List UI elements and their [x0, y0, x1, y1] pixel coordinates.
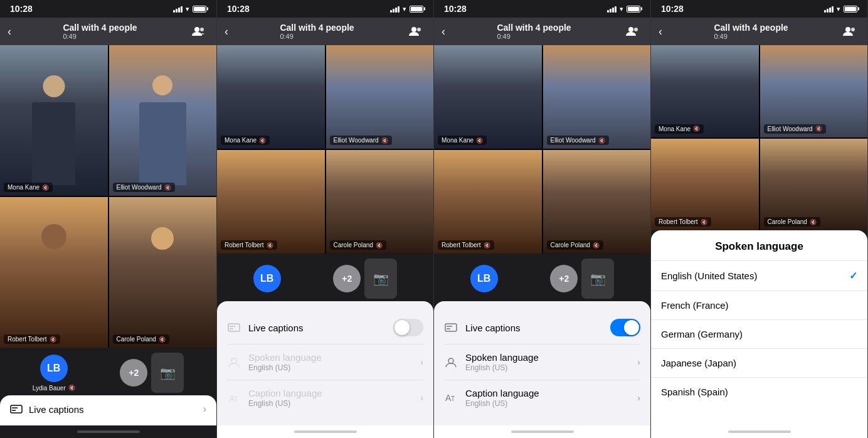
video-cell-carole-2: Carole Poland 🔇 [326, 150, 434, 254]
call-title-2: Call with 4 people [280, 23, 354, 33]
language-item-english-us[interactable]: English (United States) ✓ [651, 261, 867, 291]
call-timer-3: 0:49 [497, 33, 510, 40]
battery-icon-3 [627, 6, 640, 13]
language-name-english-us: English (United States) [661, 270, 757, 281]
mute-icon-mona-3: 🔇 [476, 137, 483, 144]
video-grid-3: Mona Kane 🔇 Elliot Woodward 🔇 Robert Tol… [434, 45, 650, 254]
menu-panel-2: Live captions Spoken language English (U… [217, 301, 433, 425]
svg-point-1 [200, 28, 204, 31]
participant-label-elliot-1: Elliot Woodward 🔇 [113, 183, 175, 192]
status-icons-3: ▾ [607, 5, 640, 13]
live-captions-label-1: Live captions [29, 404, 84, 415]
participant-name-elliot-4: Elliot Woodward [768, 126, 813, 132]
svg-point-13 [628, 27, 633, 32]
mute-icon-elliot-4: 🔇 [815, 126, 822, 132]
menu-item-caption-lang-2: A T Caption language English (US) › [227, 380, 423, 415]
call-title-1: Call with 4 people [63, 23, 137, 33]
call-title-4: Call with 4 people [714, 23, 788, 33]
video-cell-mona-4: Mona Kane 🔇 [651, 45, 759, 137]
menu-item-live-captions-3[interactable]: Live captions [444, 311, 640, 345]
call-info-1: Call with 4 people 0:49 [63, 23, 137, 40]
mute-icon-carole-1: 🔇 [159, 336, 166, 343]
back-button-4[interactable]: ‹ [659, 25, 662, 38]
plus-avatar-1: +2 [120, 359, 147, 387]
captions-icon-2 [227, 321, 241, 334]
language-item-spanish[interactable]: Spanish (Spain) [651, 378, 867, 406]
svg-point-5 [411, 27, 416, 32]
live-captions-row-1[interactable]: Live captions › [10, 403, 206, 415]
video-cell-mona-2: Mona Kane 🔇 [217, 45, 325, 149]
battery-icon-4 [844, 6, 857, 13]
lydia-label-1: Lydia Bauer 🔇 [33, 385, 75, 392]
people-icon-3[interactable] [623, 21, 643, 41]
extra-area-3: +2 📷 [550, 259, 614, 299]
people-icon-1[interactable] [189, 21, 209, 41]
participant-label-elliot-2: Elliot Woodward 🔇 [330, 136, 392, 145]
back-button-2[interactable]: ‹ [225, 25, 228, 38]
home-indicator-4 [651, 425, 867, 438]
language-item-french[interactable]: French (France) [651, 291, 867, 320]
live-captions-toggle-3[interactable] [610, 319, 640, 336]
captions-icon-3 [444, 321, 458, 334]
home-bar-3 [511, 430, 574, 433]
mute-icon-elliot-1: 🔇 [164, 184, 171, 191]
people-icon-2[interactable] [406, 21, 426, 41]
live-captions-toggle-2[interactable] [393, 319, 423, 336]
menu-item-spoken-3[interactable]: Spoken language English (US) › [444, 345, 640, 380]
participant-label-mona-1: Mona Kane 🔇 [4, 183, 53, 192]
bottom-panel-1: Live captions › [0, 395, 216, 425]
people-icon-4[interactable] [840, 21, 860, 41]
video-cell-mona-1: Mona Kane 🔇 [0, 45, 108, 196]
video-cell-robert-3: Robert Tolbert 🔇 [434, 150, 542, 254]
caption-lang-sublabel-2: English (US) [248, 399, 322, 408]
participant-name-elliot-3: Elliot Woodward [551, 137, 596, 144]
language-name-spanish: Spanish (Spain) [661, 387, 728, 397]
video-cell-mona-3: Mona Kane 🔇 [434, 45, 542, 149]
call-title-3: Call with 4 people [497, 23, 571, 33]
language-item-japanese[interactable]: Japanese (Japan) [651, 349, 867, 378]
menu-item-left-2: Live captions [227, 321, 304, 334]
status-time-1: 10:28 [10, 4, 33, 14]
participant-label-robert-2: Robert Tolbert 🔇 [221, 240, 277, 250]
language-name-french: French (France) [661, 300, 729, 311]
live-captions-label-3: Live captions [465, 323, 521, 333]
language-item-german[interactable]: German (Germany) [651, 320, 867, 349]
call-timer-1: 0:49 [63, 33, 76, 40]
participant-name-elliot-2: Elliot Woodward [334, 137, 379, 144]
live-captions-label-2: Live captions [248, 323, 304, 333]
svg-point-22 [851, 28, 855, 31]
participant-label-elliot-4: Elliot Woodward 🔇 [764, 124, 826, 134]
lydia-name-1: Lydia Bauer [33, 385, 66, 392]
call-timer-4: 0:49 [714, 33, 727, 40]
participant-label-elliot-3: Elliot Woodward 🔇 [547, 136, 609, 145]
chevron-left-icon-2: ‹ [225, 25, 228, 38]
back-button-3[interactable]: ‹ [442, 25, 445, 38]
call-header-1: ‹ Call with 4 people 0:49 [0, 18, 216, 45]
menu-item-caption-lang-3[interactable]: A T Caption language English (US) › [444, 380, 640, 415]
participant-name-carole-1: Carole Poland [117, 336, 156, 343]
language-panel-title-4: Spoken language [651, 240, 867, 261]
video-grid-2: Mona Kane 🔇 Elliot Woodward 🔇 Robert Tol… [217, 45, 433, 254]
home-indicator-3 [434, 425, 650, 438]
svg-text:T: T [234, 396, 238, 403]
back-button-1[interactable]: ‹ [8, 25, 11, 38]
participant-label-mona-4: Mona Kane 🔇 [655, 124, 704, 134]
svg-rect-15 [445, 324, 457, 331]
svg-point-0 [194, 27, 199, 32]
phone-panel-1: 10:28 ▾ ‹ Call with 4 people 0:49 [0, 0, 217, 438]
menu-item-live-captions-2[interactable]: Live captions [227, 311, 423, 345]
participant-name-robert-2: Robert Tolbert [225, 242, 264, 248]
mute-icon-robert-3: 🔇 [484, 242, 490, 248]
status-bar-2: 10:28 ▾ [217, 0, 433, 18]
mini-thumb-1: 📷 [151, 353, 184, 393]
signal-icon-2 [390, 5, 400, 13]
mini-thumb-3: 📷 [581, 259, 614, 299]
mute-icon-carole-4: 🔇 [810, 219, 817, 225]
camera-icon-1: 📷 [160, 365, 176, 380]
battery-icon-2 [410, 6, 423, 13]
mute-icon-carole-3: 🔇 [593, 242, 600, 248]
mini-thumb-2: 📷 [364, 259, 397, 299]
chevron-left-icon-1: ‹ [8, 25, 11, 38]
video-cell-elliot-3: Elliot Woodward 🔇 [543, 45, 651, 149]
mute-icon-robert-4: 🔇 [701, 219, 707, 225]
